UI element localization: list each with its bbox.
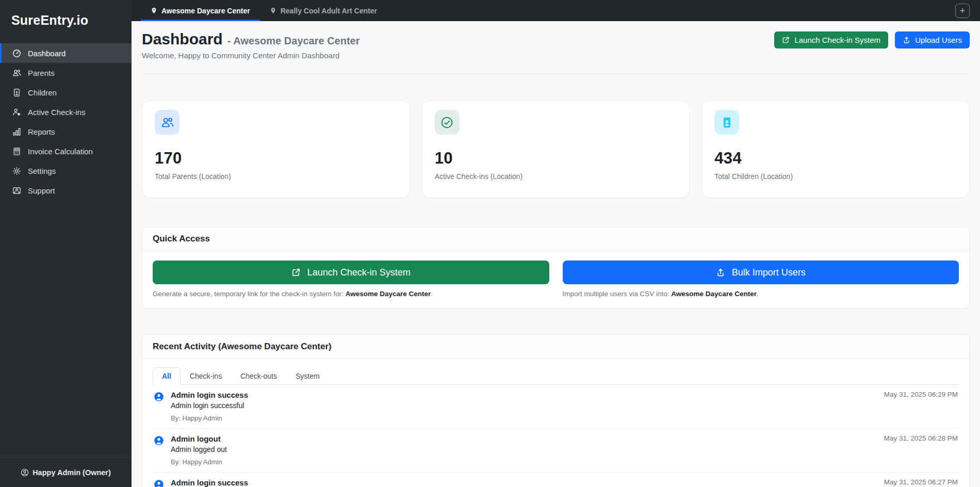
person-badge-icon — [714, 110, 739, 135]
sidebar-item-label: Settings — [28, 167, 56, 175]
launch-caption: Generate a secure, temporary link for th… — [153, 290, 549, 298]
location-tab-adult-art-center[interactable]: Really Cool Adult Art Center — [260, 0, 387, 21]
activity-description: Admin login successful — [171, 401, 877, 410]
bar-chart-icon — [12, 127, 21, 136]
activity-title: Admin login success — [171, 478, 877, 487]
stat-value: 434 — [714, 149, 957, 168]
stat-label: Total Children (Location) — [714, 172, 957, 181]
header-divider — [142, 74, 970, 74]
sidebar: SureEntry.io Dashboard Parents — [0, 0, 132, 487]
stat-label: Active Check-ins (Location) — [435, 172, 677, 181]
upload-icon — [903, 36, 910, 44]
sidebar-item-reports[interactable]: Reports — [0, 122, 132, 141]
add-location-button[interactable]: + — [955, 4, 970, 18]
quick-access-launch-block: Launch Check-in System Generate a secure… — [153, 261, 549, 298]
sidebar-item-active-checkins[interactable]: Active Check-ins — [0, 102, 132, 122]
map-pin-icon — [151, 7, 157, 14]
external-link-icon — [291, 268, 301, 277]
upload-icon — [716, 268, 725, 277]
location-tab-label: Really Cool Adult Art Center — [281, 7, 377, 15]
welcome-text: Welcome, Happy to Community Center Admin… — [142, 51, 360, 60]
activity-title: Admin logout — [171, 434, 877, 443]
check-circle-icon — [435, 110, 460, 135]
sidebar-item-parents[interactable]: Parents — [0, 63, 132, 83]
page-title-suffix: - Awesome Daycare Center — [227, 35, 360, 46]
sidebar-item-invoice-calculation[interactable]: Invoice Calculation — [0, 141, 132, 161]
activity-timestamp: May 31, 2025 06:29 PM — [884, 391, 958, 422]
activity-row: Admin logout Admin logged out By: Happy … — [153, 429, 959, 473]
gear-icon — [12, 167, 21, 175]
sidebar-user-label: Happy Admin (Owner) — [32, 468, 111, 477]
main-content: Dashboard- Awesome Daycare Center Welcom… — [132, 21, 980, 487]
sidebar-item-settings[interactable]: Settings — [0, 161, 132, 181]
upload-users-label: Upload Users — [915, 36, 962, 44]
support-icon — [12, 186, 21, 195]
speedometer-icon — [12, 49, 21, 58]
activity-tabs: All Check-ins Check-outs System — [153, 367, 959, 385]
external-link-icon — [782, 36, 790, 44]
location-tab-awesome-daycare[interactable]: Awesome Daycare Center — [141, 0, 260, 21]
person-circle-icon — [154, 479, 164, 487]
sidebar-user[interactable]: Happy Admin (Owner) — [0, 457, 132, 487]
upload-users-button[interactable]: Upload Users — [895, 31, 970, 48]
sidebar-item-label: Support — [28, 186, 55, 195]
calculator-icon — [12, 147, 21, 156]
activity-row: Admin login success Admin login successf… — [153, 385, 959, 429]
tab-check-ins[interactable]: Check-ins — [181, 367, 231, 385]
activity-timestamp: May 31, 2025 06:28 PM — [884, 434, 958, 466]
launch-checkin-big-label: Launch Check-in System — [307, 267, 411, 278]
map-pin-icon — [270, 7, 276, 14]
sidebar-item-support[interactable]: Support — [0, 181, 132, 200]
import-caption: Import multiple users via CSV into: Awes… — [563, 290, 959, 298]
sidebar-item-label: Children — [28, 88, 57, 97]
stat-card-total-children: 434 Total Children (Location) — [701, 100, 970, 198]
quick-access-card: Quick Access Launch Check-in System Gene… — [142, 226, 970, 309]
person-check-icon — [12, 108, 21, 117]
activity-title: Admin login success — [171, 391, 877, 399]
person-circle-icon — [154, 435, 164, 466]
brand-logo: SureEntry.io — [0, 0, 132, 28]
launch-checkin-label: Launch Check-in System — [794, 36, 880, 44]
people-icon — [12, 69, 21, 77]
page-header: Dashboard- Awesome Daycare Center Welcom… — [142, 30, 970, 60]
sidebar-nav: Dashboard Parents Children — [0, 43, 132, 200]
activity-by: By: Happy Admin — [171, 414, 877, 422]
bulk-import-label: Bulk Import Users — [732, 267, 806, 278]
person-badge-icon — [12, 88, 21, 97]
stat-card-active-checkins: 10 Active Check-ins (Location) — [422, 100, 690, 198]
bulk-import-button[interactable]: Bulk Import Users — [563, 261, 959, 284]
topbar: Awesome Daycare Center Really Cool Adult… — [132, 0, 980, 21]
sidebar-item-children[interactable]: Children — [0, 83, 132, 102]
stat-value: 10 — [435, 149, 677, 168]
stat-value: 170 — [155, 149, 397, 168]
activity-row: Admin login success Admin login successf… — [153, 473, 959, 487]
launch-checkin-big-button[interactable]: Launch Check-in System — [153, 261, 549, 284]
quick-access-import-block: Bulk Import Users Import multiple users … — [563, 261, 959, 298]
tab-system[interactable]: System — [286, 367, 329, 385]
recent-activity-card: Recent Activity (Awesome Daycare Center)… — [142, 334, 970, 487]
sidebar-item-label: Active Check-ins — [28, 108, 86, 117]
sidebar-item-label: Dashboard — [28, 49, 66, 58]
location-tab-label: Awesome Daycare Center — [161, 7, 250, 15]
people-icon — [155, 110, 179, 135]
stat-card-total-parents: 170 Total Parents (Location) — [142, 100, 410, 198]
activity-timestamp: May 31, 2025 06:27 PM — [884, 478, 958, 487]
tab-check-outs[interactable]: Check-outs — [231, 367, 286, 385]
stats-row: 170 Total Parents (Location) 10 Active C… — [142, 100, 970, 198]
activity-description: Admin logged out — [171, 445, 877, 453]
sidebar-item-label: Parents — [28, 69, 55, 77]
person-circle-icon — [154, 392, 164, 422]
launch-checkin-button[interactable]: Launch Check-in System — [774, 31, 888, 48]
tab-all[interactable]: All — [153, 367, 181, 385]
sidebar-item-label: Invoice Calculation — [28, 147, 93, 156]
stat-label: Total Parents (Location) — [155, 172, 397, 181]
quick-access-title: Quick Access — [142, 227, 969, 251]
page-title: Dashboard — [142, 30, 223, 47]
sidebar-item-dashboard[interactable]: Dashboard — [0, 43, 132, 63]
recent-activity-title: Recent Activity (Awesome Daycare Center) — [142, 335, 969, 359]
sidebar-item-label: Reports — [28, 127, 55, 136]
activity-by: By: Happy Admin — [171, 458, 877, 466]
person-circle-icon — [21, 468, 29, 477]
